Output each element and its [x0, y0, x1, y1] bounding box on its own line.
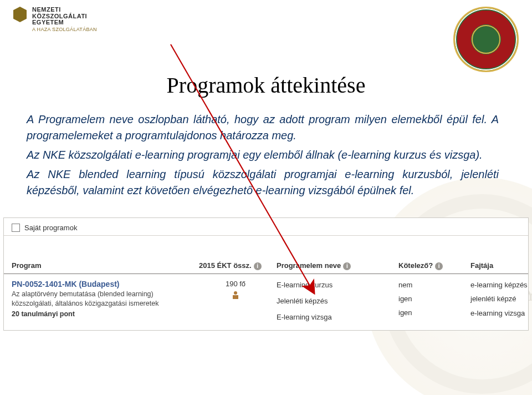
- mandatory-value: nem: [398, 281, 466, 289]
- paragraph-3: Az NKE blended learning típusú közszolgá…: [27, 166, 499, 199]
- mandatory-value: igen: [398, 295, 466, 303]
- info-icon[interactable]: i: [254, 262, 262, 270]
- brand-line-1: NEMZETI: [32, 7, 97, 13]
- col-mandatory: Kötelező?i: [398, 261, 470, 270]
- program-code[interactable]: PN-0052-1401-MK (Budapest): [12, 280, 195, 288]
- info-icon[interactable]: i: [343, 262, 351, 270]
- program-subtitle-2: közszolgálati, általános közigazgatási i…: [12, 299, 195, 309]
- program-subtitle-1: Az alaptörvény bemutatása (blended learn…: [12, 290, 195, 300]
- paragraph-1: A Programelem neve oszlopban látható, ho…: [27, 112, 499, 144]
- programs-table-screenshot: Saját programok Program 2015 ÉKT össz.i …: [3, 217, 529, 331]
- person-pedestal-icon: [231, 291, 240, 299]
- brand-line-3: EGYETEM: [32, 19, 97, 26]
- col-program: Program: [12, 261, 199, 270]
- col-element-name: Programelem nevei: [277, 261, 398, 270]
- type-value: jelenléti képzé: [470, 295, 532, 303]
- type-value: e-learning képzés: [470, 281, 532, 290]
- table-header-row: Program 2015 ÉKT össz.i Programelem neve…: [4, 256, 528, 274]
- own-programs-label: Saját programok: [24, 224, 77, 232]
- info-icon[interactable]: i: [435, 262, 443, 270]
- table-row: PN-0052-1401-MK (Budapest) Az alaptörvén…: [12, 280, 520, 321]
- brand-block: NEMZETI KÖZSZOLGÁLATI EGYETEM A HAZA SZO…: [13, 7, 97, 32]
- own-programs-checkbox[interactable]: [12, 224, 20, 232]
- type-value: e-learning vizsga: [470, 309, 532, 318]
- body-text: A Programelem neve oszlopban látható, ho…: [0, 112, 532, 199]
- university-seal-icon: [453, 7, 519, 72]
- program-points: 20 tanulmányi pont: [12, 310, 195, 318]
- element-name: Jelenléti képzés: [277, 297, 394, 305]
- element-name: E-learning vizsga: [277, 313, 394, 321]
- brand-crest-icon: [13, 7, 27, 22]
- mandatory-value: igen: [398, 308, 466, 317]
- slide-header: NEMZETI KÖZSZOLGÁLATI EGYETEM A HAZA SZO…: [0, 0, 532, 72]
- element-name: E-learning kurzus: [277, 281, 394, 289]
- brand-tagline: A HAZA SZOLGÁLATÁBAN: [32, 27, 97, 32]
- col-type: Fajtája: [470, 261, 532, 270]
- element-name-cell: E-learning kurzus Jelenléti képzés E-lea…: [277, 280, 398, 321]
- program-cell: PN-0052-1401-MK (Budapest) Az alaptörvén…: [12, 280, 199, 318]
- type-cell: e-learning képzés jelenléti képzé e-lear…: [470, 280, 532, 318]
- mandatory-cell: nem igen igen: [398, 280, 470, 317]
- page-title: Programok áttekintése: [0, 72, 532, 98]
- capacity-cell: 190 fő: [199, 280, 277, 299]
- capacity-value: 190 fő: [226, 280, 245, 288]
- col-ekt: 2015 ÉKT össz.i: [199, 261, 277, 270]
- paragraph-2: Az NKE közszolgálati e-learning programj…: [27, 147, 499, 163]
